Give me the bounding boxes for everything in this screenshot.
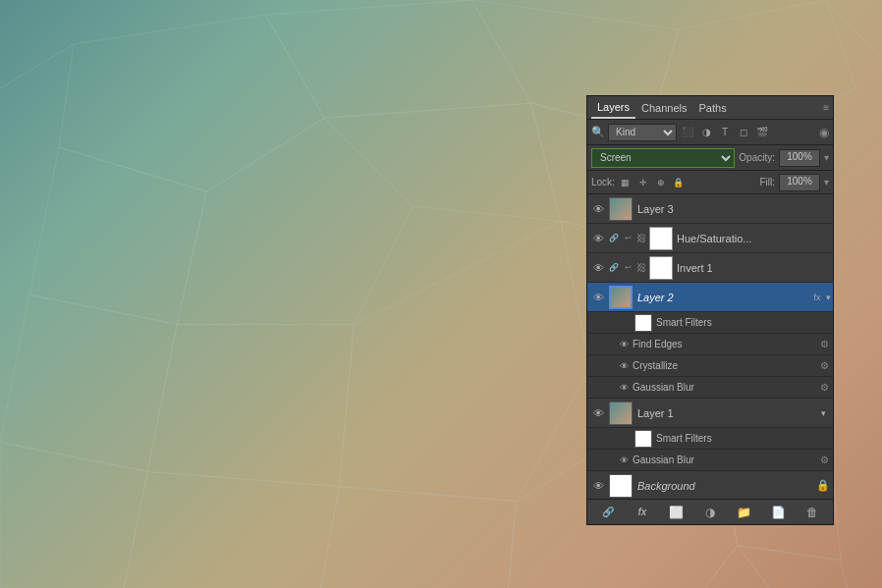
smart-filter-icon[interactable]: 🎬 [754,125,770,140]
svg-marker-6 [324,103,560,221]
lock-artboard-icon[interactable]: ⊕ [654,176,668,189]
filter-find-edges[interactable]: 👁 Find Edges ⚙ [587,334,833,355]
layers-list: 👁 Layer 3 👁 🔗 ↩ ⛓ Hue/Saturatio... 👁 🔗 ↩… [587,194,833,499]
settings-icon-crystallize[interactable]: ⚙ [815,357,833,375]
svg-marker-24 [738,546,870,588]
svg-marker-11 [339,221,589,501]
lock-icon-background: 🔒 [815,478,831,494]
svg-marker-23 [634,546,826,588]
svg-line-25 [0,44,74,88]
filter-row: 🔍 Kind ⬛ ◑ T ◻ 🎬 ◉ [587,120,833,145]
filter-toggle[interactable]: ◉ [819,126,829,139]
clip-icon-huesat: ↩ [621,232,634,245]
opacity-value[interactable]: 100% [779,149,820,167]
smart-filters-header-layer1: Smart Filters [587,428,833,450]
visibility-icon-background[interactable]: 👁 [589,477,607,495]
layer-name-layer1: Layer 1 [634,407,815,419]
layer-row-invert1[interactable]: 👁 🔗 ↩ ⛓ Invert 1 [587,253,833,283]
mask-thumb-invert1 [649,256,673,280]
settings-icon-gaussian-blur-layer1[interactable]: ⚙ [815,452,833,469]
fill-value[interactable]: 100% [779,174,820,191]
lock-all-icon[interactable]: 🔒 [672,176,686,189]
opacity-label: Opacity: [739,152,775,163]
fill-arrow[interactable]: ▾ [824,177,829,187]
svg-marker-10 [147,324,354,486]
blend-mode-select[interactable]: Screen [591,148,735,168]
add-group-icon[interactable]: 📁 [735,503,754,522]
link-layers-icon[interactable]: 🔗 [598,503,618,522]
smart-filter-mask-layer2 [634,314,652,332]
panel-header: Layers Channels Paths ≡ [587,96,833,120]
filter-gaussian-blur-layer1[interactable]: 👁 Gaussian Blur ⚙ [587,450,833,471]
layer-name-layer3: Layer 3 [634,203,831,215]
kind-filter-select[interactable]: Kind [608,124,677,141]
fx-button[interactable]: fx [633,503,652,522]
layer-row-background[interactable]: 👁 Background 🔒 [587,471,833,499]
visibility-icon-layer3[interactable]: 👁 [589,200,607,218]
smart-filters-label-layer1: Smart Filters [656,433,712,444]
shape-filter-icon[interactable]: ◻ [736,125,751,140]
thumb-layer1 [609,401,633,425]
layer-row-layer2[interactable]: 👁 Layer 2 fx ▾ [587,283,833,312]
adjustment-filter-icon[interactable]: ◑ [698,125,714,140]
filter-crystallize[interactable]: 👁 Crystallize ⚙ [587,355,833,377]
mask-thumb-huesat [649,227,673,250]
settings-icon-gaussian-blur-layer2[interactable]: ⚙ [815,379,833,397]
svg-marker-0 [59,15,324,191]
blend-opacity-row: Screen Opacity: 100% ▾ [587,145,833,171]
svg-marker-14 [0,443,147,588]
lock-move-icon[interactable]: ✛ [636,176,650,189]
visibility-icon-invert1[interactable]: 👁 [589,259,607,277]
filter-name-crystallize: Crystallize [633,360,815,371]
thumb-layer2 [609,286,633,309]
svg-line-26 [826,0,882,59]
delete-layer-icon[interactable]: 🗑 [802,503,822,522]
visibility-icon-layer2[interactable]: 👁 [589,289,607,306]
tab-paths[interactable]: Paths [693,98,733,118]
tab-layers[interactable]: Layers [591,97,635,119]
settings-icon-find-edges[interactable]: ⚙ [815,336,833,353]
lock-row: Lock: ▦ ✛ ⊕ 🔒 Fill: 100% ▾ [587,171,833,194]
layer-name-invert1: Invert 1 [674,262,831,274]
eye-icon-crystallize[interactable]: 👁 [617,359,631,373]
add-mask-icon[interactable]: ⬜ [666,503,686,522]
svg-marker-9 [0,294,177,471]
svg-marker-5 [177,118,413,324]
layer-row-huesat[interactable]: 👁 🔗 ↩ ⛓ Hue/Saturatio... [587,224,833,253]
thumb-background [609,474,633,498]
collapse-icon-layer2[interactable]: ▾ [826,293,831,302]
smart-filter-mask-layer1 [634,430,652,448]
filter-name-find-edges: Find Edges [633,339,815,349]
filter-name-gaussian-blur-layer1: Gaussian Blur [633,454,815,465]
visibility-icon-layer1[interactable]: 👁 [589,404,607,422]
thumb-layer3 [609,197,633,221]
fill-label: Fill: [759,177,775,187]
smart-filters-label-layer2: Smart Filters [656,317,712,328]
filter-name-gaussian-blur-layer2: Gaussian Blur [633,382,815,393]
chain-icon-huesat[interactable]: ⛓ [634,232,648,245]
panel-collapse-icon[interactable]: ≡ [823,102,829,113]
lock-checkered-icon[interactable]: ▦ [619,176,633,189]
collapse-icon-layer1[interactable]: ▾ [815,405,831,421]
eye-icon-find-edges[interactable]: 👁 [617,338,631,351]
opacity-arrow[interactable]: ▾ [824,152,829,163]
chain-icon-invert1[interactable]: ⛓ [634,261,648,275]
clip-icon-invert1: ↩ [621,261,634,275]
add-adjustment-icon[interactable]: ◑ [700,503,720,522]
layer-name-layer2: Layer 2 [634,292,809,303]
link-icon-huesat[interactable]: 🔗 [607,232,621,245]
layers-panel: Layers Channels Paths ≡ 🔍 Kind ⬛ ◑ T ◻ 🎬… [586,95,834,525]
add-layer-icon[interactable]: 📄 [768,503,788,522]
visibility-icon-huesat[interactable]: 👁 [589,230,607,247]
svg-marker-16 [309,487,516,588]
layer-row-layer1[interactable]: 👁 Layer 1 ▾ [587,399,833,428]
type-filter-icon[interactable]: T [717,125,733,140]
svg-marker-15 [118,472,339,588]
tab-channels[interactable]: Channels [635,98,692,118]
pixel-filter-icon[interactable]: ⬛ [680,125,695,140]
eye-icon-gaussian-blur-layer2[interactable]: 👁 [617,381,631,395]
filter-gaussian-blur-layer2[interactable]: 👁 Gaussian Blur ⚙ [587,377,833,399]
layer-row-layer3[interactable]: 👁 Layer 3 [587,194,833,224]
eye-icon-gaussian-blur-layer1[interactable]: 👁 [617,454,631,467]
link-icon-invert1[interactable]: 🔗 [607,261,621,275]
